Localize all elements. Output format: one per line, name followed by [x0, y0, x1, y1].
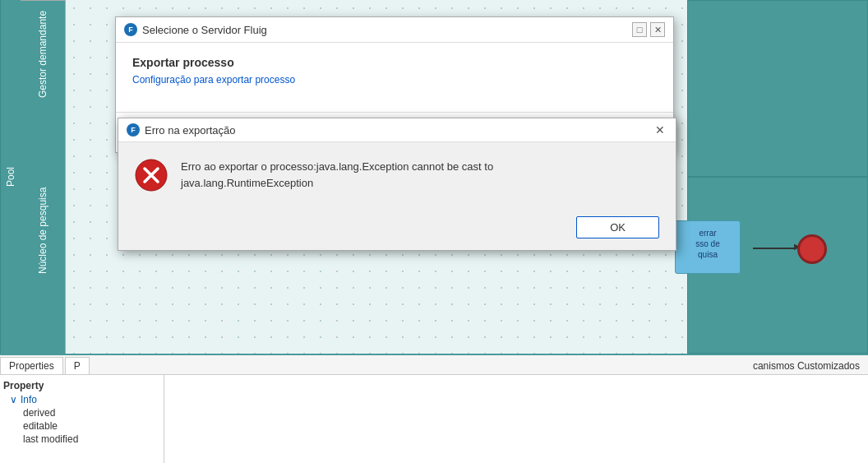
main-dialog-title: Selecione o Servidor Fluig: [142, 24, 632, 36]
prop-group-info-label: Info: [21, 394, 37, 405]
prop-group-info-header[interactable]: ∨ Info: [10, 393, 160, 406]
tab-right-label: canismos Customizados: [745, 358, 868, 374]
bottom-panel: Properties P canismos Customizados Prope…: [0, 354, 868, 463]
properties-tree: Property ∨ Info derived editable last mo…: [0, 375, 164, 463]
swimlane-bottom-label: Núcleo de pesquisa: [21, 107, 65, 354]
fluig-title-icon: F: [124, 23, 137, 36]
end-event-circle: [797, 234, 827, 264]
error-x-icon: [135, 159, 168, 192]
prop-group-info: ∨ Info derived editable last modified: [3, 393, 160, 446]
right-block-top: [687, 0, 868, 177]
tab-p2[interactable]: P: [65, 357, 90, 374]
error-dialog-body: Erro ao exportar o processo:java.lang.Ex…: [118, 142, 676, 208]
prop-header: Property: [3, 378, 160, 393]
fluig-error-icon: F: [127, 123, 140, 137]
process-arrow: [753, 248, 794, 249]
minimize-button[interactable]: □: [632, 22, 647, 37]
pool-label: Pool: [0, 0, 21, 354]
error-dialog-titlebar: F Erro na exportação ✕: [118, 118, 676, 142]
swimlane-top-label: Gestor demandante: [21, 0, 65, 107]
error-message: Erro ao exportar o processo:java.lang.Ex…: [181, 159, 659, 191]
error-dialog: F Erro na exportação ✕ Erro ao exportar …: [118, 118, 676, 251]
chevron-down-icon: ∨: [10, 394, 17, 405]
error-message-line1: Erro ao exportar o processo:java.lang.Ex…: [181, 159, 659, 175]
prop-item-editable: editable: [10, 419, 160, 433]
export-subtitle: Configuração para exportar processo: [132, 74, 657, 86]
main-close-button[interactable]: ✕: [650, 22, 665, 37]
prop-item-derived: derived: [10, 406, 160, 419]
main-dialog-controls: □ ✕: [632, 22, 665, 37]
process-box-right: errarsso dequisa: [675, 220, 741, 274]
error-dialog-title: Erro na exportação: [145, 124, 653, 137]
ok-button[interactable]: OK: [576, 216, 659, 238]
prop-item-last-modified: last modified: [10, 433, 160, 446]
bottom-tabs: Properties P canismos Customizados: [0, 355, 868, 375]
error-message-line2: java.lang.RuntimeException: [181, 175, 659, 192]
main-dialog-titlebar: F Selecione o Servidor Fluig □ ✕: [116, 17, 673, 43]
main-dialog-body: Exportar processo Configuração para expo…: [116, 43, 673, 112]
error-close-button[interactable]: ✕: [653, 123, 667, 137]
error-dialog-footer: OK: [118, 208, 676, 250]
bottom-content: Property ∨ Info derived editable last mo…: [0, 375, 868, 463]
tab-properties[interactable]: Properties: [0, 357, 63, 374]
export-title: Exportar processo: [132, 56, 657, 69]
subtitle-plain: Configuração para exportar: [132, 74, 255, 86]
subtitle-link[interactable]: processo: [255, 74, 295, 86]
